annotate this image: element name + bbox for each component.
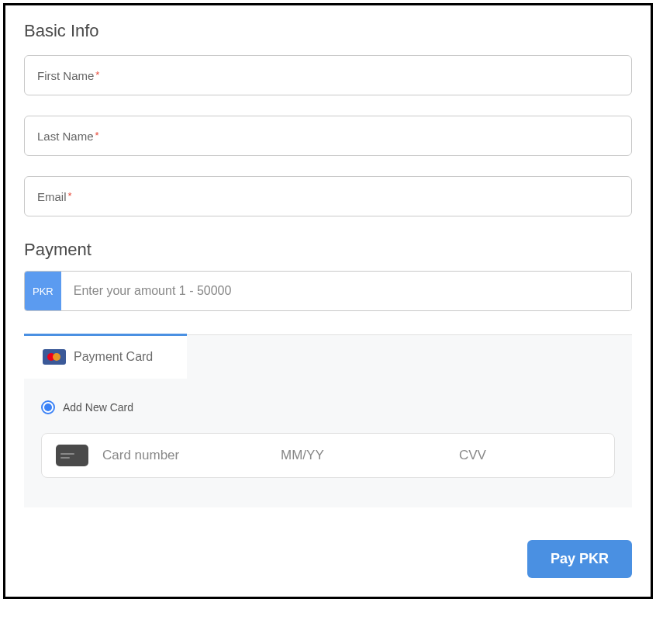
pay-button[interactable]: Pay PKR [527,540,632,578]
mastercard-icon [43,349,66,365]
first-name-field-wrap: First Name* [24,55,632,95]
add-new-card-label: Add New Card [63,401,133,414]
card-expiry-input[interactable] [281,448,445,463]
first-name-input[interactable] [24,55,632,95]
last-name-field-wrap: Last Name* [24,116,632,156]
add-new-card-radio-row[interactable]: Add New Card [41,400,615,414]
email-field-wrap: Email* [24,176,632,216]
tab-payment-card-label: Payment Card [74,350,153,364]
payment-form-container: Basic Info First Name* Last Name* Email*… [3,3,653,599]
card-section: Add New Card [24,379,632,507]
last-name-input[interactable] [24,116,632,156]
tab-active-indicator [24,334,187,336]
payment-title: Payment [24,240,632,260]
payment-method-area: Payment Card Add New Card [24,334,632,507]
card-input-row [41,433,615,478]
credit-card-icon [56,445,88,466]
footer-actions: Pay PKR [24,540,632,578]
currency-prefix-badge: PKR [25,272,61,310]
amount-input-group: PKR [24,271,632,311]
tab-payment-card[interactable]: Payment Card [24,335,187,379]
amount-input[interactable] [61,272,631,310]
basic-info-title: Basic Info [24,21,632,41]
card-cvv-input[interactable] [459,448,623,463]
radio-selected-icon [41,400,55,414]
card-number-input[interactable] [102,448,267,463]
email-input[interactable] [24,176,632,216]
